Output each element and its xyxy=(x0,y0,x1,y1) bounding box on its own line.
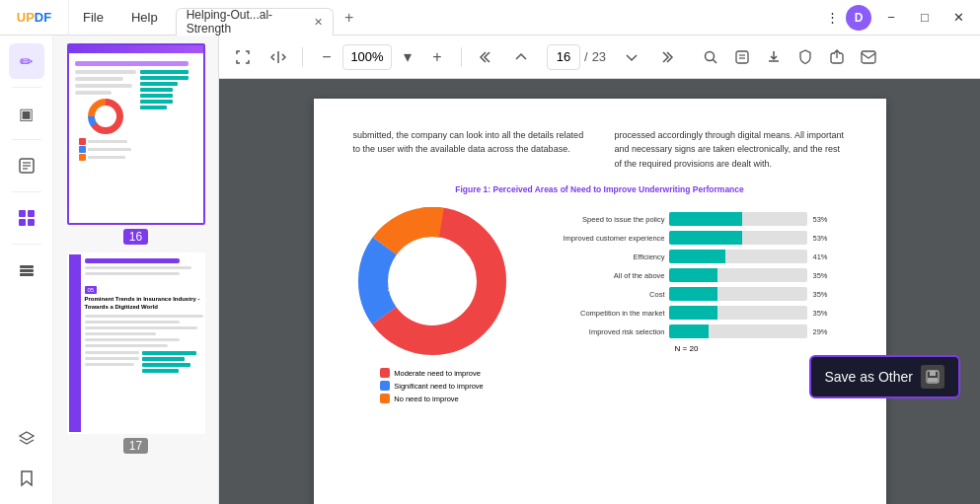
bar-track xyxy=(669,250,807,263)
save-as-other-tooltip[interactable]: Save as Other xyxy=(809,355,961,398)
bar-label: Improved customer experience xyxy=(527,234,665,243)
bar-label: Competition in the market xyxy=(527,309,665,318)
new-tab-button[interactable]: + xyxy=(338,6,361,30)
zoom-in-button[interactable]: + xyxy=(423,43,451,71)
thumb-img-17: 05 Prominent Trends in Insurance Industr… xyxy=(69,254,205,432)
sidebar-thumbnail-icon[interactable] xyxy=(9,200,44,236)
zoom-dropdown-button[interactable]: ▾ xyxy=(394,43,421,71)
sidebar-divider-2 xyxy=(12,139,41,140)
nav-up-button[interactable] xyxy=(507,43,535,71)
pdf-text-right-content: processed accordingly through digital me… xyxy=(615,130,845,169)
nav-down-button[interactable] xyxy=(618,43,645,71)
menu-bar: File Help xyxy=(69,0,172,35)
bar-row: Speed to issue the policy53% xyxy=(527,212,847,226)
download-button[interactable] xyxy=(760,43,788,71)
page-num-16: 16 xyxy=(123,229,148,245)
toolbar-right xyxy=(697,43,882,71)
bar-track xyxy=(669,212,807,226)
mail-button[interactable] xyxy=(855,43,882,71)
fit-page-button[interactable] xyxy=(229,43,257,71)
toolbar-separator-1 xyxy=(302,47,303,67)
bar-row: Improved customer experience53% xyxy=(527,231,847,245)
sidebar-layers-icon[interactable] xyxy=(9,252,44,288)
toolbar-separator-2 xyxy=(461,47,462,67)
sidebar-bottom xyxy=(9,421,44,504)
close-button[interactable]: ✕ xyxy=(944,4,972,32)
protect-button[interactable] xyxy=(792,43,819,71)
bar-pct-label: 53% xyxy=(813,215,828,224)
tab-bar: Helping-Out...al-Strength ✕ + ⋮ xyxy=(172,0,846,35)
svg-rect-17 xyxy=(862,51,875,63)
svg-marker-11 xyxy=(20,432,34,440)
sidebar-layers2-icon[interactable] xyxy=(9,421,44,457)
nav-last-button[interactable] xyxy=(653,43,681,71)
app-logo: UPDF xyxy=(0,0,69,35)
file-menu[interactable]: File xyxy=(69,0,117,35)
sidebar-bookmark-icon[interactable] xyxy=(9,461,44,496)
bar-label: Cost xyxy=(527,290,665,299)
minimize-button[interactable]: − xyxy=(877,4,905,32)
bar-row: Competition in the market35% xyxy=(527,306,847,320)
thumb-wrapper-16[interactable] xyxy=(67,43,205,225)
svg-text:20%: 20% xyxy=(387,283,405,293)
bar-track xyxy=(669,268,807,282)
page-number-input[interactable] xyxy=(547,44,580,70)
legend-label-2: Significant need to improve xyxy=(394,382,483,391)
bar-row: Improved risk selection29% xyxy=(527,324,847,338)
thumbnail-panel: 16 05 Prominent Trends in Insurance Indu… xyxy=(53,36,219,504)
svg-rect-9 xyxy=(20,269,34,272)
active-tab[interactable]: Helping-Out...al-Strength ✕ xyxy=(176,8,334,36)
sidebar-highlight-icon[interactable]: ▣ xyxy=(9,96,44,131)
maximize-button[interactable]: □ xyxy=(911,4,939,32)
bar-fill xyxy=(669,231,742,245)
bar-track xyxy=(669,306,807,320)
svg-rect-10 xyxy=(20,273,34,276)
bar-track xyxy=(669,231,807,245)
bar-track xyxy=(669,287,807,301)
bar-pct-label: 35% xyxy=(813,290,828,299)
svg-rect-7 xyxy=(28,219,35,226)
bar-label: Improved risk selection xyxy=(527,327,665,336)
thumbnail-page-17[interactable]: 05 Prominent Trends in Insurance Industr… xyxy=(67,252,205,454)
avatar: D xyxy=(846,5,871,31)
bar-row: All of the above35% xyxy=(527,268,847,282)
bar-pct-label: 53% xyxy=(813,234,828,243)
main-content: ✏ ▣ xyxy=(0,36,980,504)
left-sidebar: ✏ ▣ xyxy=(0,36,53,504)
search-button[interactable] xyxy=(697,43,724,71)
share-button[interactable] xyxy=(823,43,851,71)
fit-width-button[interactable] xyxy=(264,43,292,71)
bar-pct-label: 29% xyxy=(813,327,828,336)
legend-item-3: No need to improve xyxy=(380,394,483,403)
save-as-other-label: Save as Other xyxy=(825,369,914,385)
toolbar: − ▾ + / 23 xyxy=(219,36,980,79)
zoom-out-button[interactable]: − xyxy=(313,43,340,71)
tab-close-icon[interactable]: ✕ xyxy=(314,16,323,29)
svg-rect-8 xyxy=(20,265,34,268)
sidebar-divider-1 xyxy=(12,87,41,88)
help-menu[interactable]: Help xyxy=(117,0,172,35)
bar-fill xyxy=(669,212,742,226)
svg-rect-14 xyxy=(736,51,748,63)
sidebar-divider-4 xyxy=(12,244,41,245)
zoom-input[interactable] xyxy=(342,44,392,70)
thumbnail-page-16[interactable]: 16 xyxy=(67,43,205,245)
nav-first-button[interactable] xyxy=(472,43,499,71)
page-num-17: 17 xyxy=(123,438,148,454)
page-control: / 23 xyxy=(547,44,606,70)
sidebar-annotate-icon[interactable] xyxy=(9,148,44,183)
bar-fill xyxy=(669,287,717,301)
tab-overflow-button[interactable]: ⋮ xyxy=(818,4,846,32)
legend-label-1: Moderate need to improve xyxy=(394,369,481,378)
svg-rect-6 xyxy=(19,219,26,226)
pdf-text-left-content: submitted, the company can look into all… xyxy=(353,130,584,154)
ocr-button[interactable] xyxy=(728,43,756,71)
sidebar-edit-icon[interactable]: ✏ xyxy=(9,43,44,79)
thumb-wrapper-17[interactable]: 05 Prominent Trends in Insurance Industr… xyxy=(67,252,205,434)
bar-label: Efficiency xyxy=(527,252,665,261)
svg-line-13 xyxy=(714,59,717,63)
legend-label-3: No need to improve xyxy=(394,395,458,403)
donut-chart: 15% 20% 65% xyxy=(353,202,511,360)
pdf-page: submitted, the company can look into all… xyxy=(314,99,886,504)
page-total: 23 xyxy=(592,49,606,64)
